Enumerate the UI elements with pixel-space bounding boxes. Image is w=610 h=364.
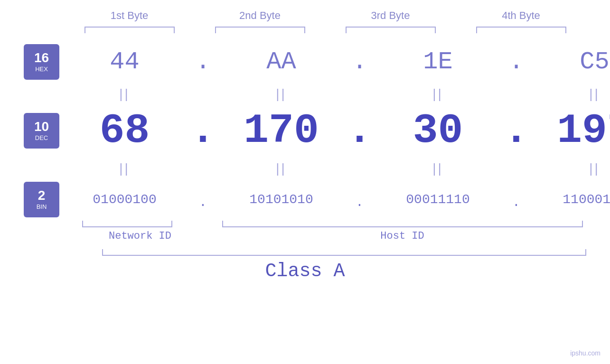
bracket-top-3 (346, 27, 436, 33)
dec-badge-row: 10 DEC (24, 104, 59, 157)
hex-dot-3: . (503, 48, 529, 76)
bin-val-4: 11000101 (529, 192, 610, 207)
equals-row-1: || || || || (59, 83, 610, 104)
bracket-top-1 (84, 27, 175, 33)
main-container: 1st Byte 2nd Byte 3rd Byte 4th Byte 16 H… (0, 0, 610, 364)
bin-badge-row: 2 BIN (24, 180, 59, 218)
hex-row: 44 . AA . 1E . C5 (59, 40, 610, 83)
bin-val-2: 10101010 (216, 192, 347, 207)
bracket-cell-3 (325, 27, 456, 33)
bin-row: 01000100 . 10101010 . 00011110 . (59, 180, 610, 218)
hex-dot-1: . (190, 48, 216, 76)
bracket-top-4 (476, 27, 566, 33)
bracket-spacer-1 (192, 221, 218, 227)
top-brackets-row (0, 27, 610, 33)
eq-3: || (373, 86, 503, 102)
spacer-1 (24, 83, 59, 104)
values-grid: 44 . AA . 1E . C5 || || (59, 40, 610, 218)
hex-badge-row: 16 HEX (24, 40, 59, 83)
byte-headers-row: 1st Byte 2nd Byte 3rd Byte 4th Byte (0, 0, 610, 22)
dec-dot-3: . (503, 107, 529, 154)
eq-2: || (216, 86, 347, 102)
byte-header-1: 1st Byte (64, 9, 195, 22)
dec-val-3: 30 (373, 107, 503, 154)
class-label: Class A (265, 261, 345, 282)
bin-dot-3: . (503, 186, 529, 214)
watermark: ipshu.com (570, 349, 601, 357)
host-bracket (222, 221, 583, 227)
bracket-cell-4 (456, 27, 586, 33)
dec-base-num: 10 (34, 120, 49, 134)
bracket-cell-1 (64, 27, 195, 33)
host-bracket-cell (218, 221, 586, 227)
class-label-row: Class A (0, 261, 610, 282)
dec-dot-1: . (190, 107, 216, 154)
hex-dot-2: . (347, 48, 373, 76)
dec-base-label: DEC (35, 134, 48, 141)
bin-val-3: 00011110 (373, 192, 503, 207)
eq2-3: || (373, 161, 503, 176)
base-labels: 16 HEX 10 DEC 2 BIN (0, 40, 59, 218)
network-id-label: Network ID (62, 230, 218, 242)
hex-base-num: 16 (34, 51, 49, 65)
dec-badge: 10 DEC (24, 113, 59, 149)
bracket-cell-2 (195, 27, 325, 33)
rows-area: 16 HEX 10 DEC 2 BIN (0, 40, 610, 218)
net-bracket (82, 221, 172, 227)
hex-val-1: 44 (59, 48, 190, 76)
class-bracket (102, 249, 586, 256)
dec-val-1: 68 (59, 107, 190, 154)
eq-1: || (59, 86, 190, 102)
bin-dot-2: . (347, 186, 373, 214)
byte-header-4: 4th Byte (456, 9, 586, 22)
bin-dot-1: . (190, 186, 216, 214)
byte-header-3: 3rd Byte (325, 9, 456, 22)
id-labels: Network ID Host ID (0, 230, 610, 242)
bin-badge: 2 BIN (24, 182, 59, 217)
eq-4: || (529, 86, 610, 102)
eq2-4: || (529, 161, 610, 176)
hex-badge: 16 HEX (24, 44, 59, 80)
host-id-label: Host ID (218, 230, 586, 242)
hex-base-label: HEX (35, 65, 48, 73)
hex-val-3: 1E (373, 48, 503, 76)
bin-base-num: 2 (38, 188, 46, 203)
dec-dot-2: . (347, 107, 373, 154)
byte-header-2: 2nd Byte (195, 9, 325, 22)
class-bracket-row (0, 249, 610, 256)
dec-val-4: 197 (529, 107, 610, 154)
hex-val-2: AA (216, 48, 347, 76)
eq2-1: || (59, 161, 190, 176)
dec-val-2: 170 (216, 107, 347, 154)
eq2-2: || (216, 161, 347, 176)
spacer-2 (24, 157, 59, 180)
bottom-brackets-area (0, 221, 610, 227)
hex-val-4: C5 (529, 48, 610, 76)
dec-row: 68 . 170 . 30 . 197 (59, 104, 610, 157)
bin-base-label: BIN (37, 203, 47, 210)
equals-row-2: || || || || (59, 157, 610, 180)
bracket-top-2 (215, 27, 305, 33)
net-bracket-cell (62, 221, 192, 227)
bin-val-1: 01000100 (59, 192, 190, 207)
